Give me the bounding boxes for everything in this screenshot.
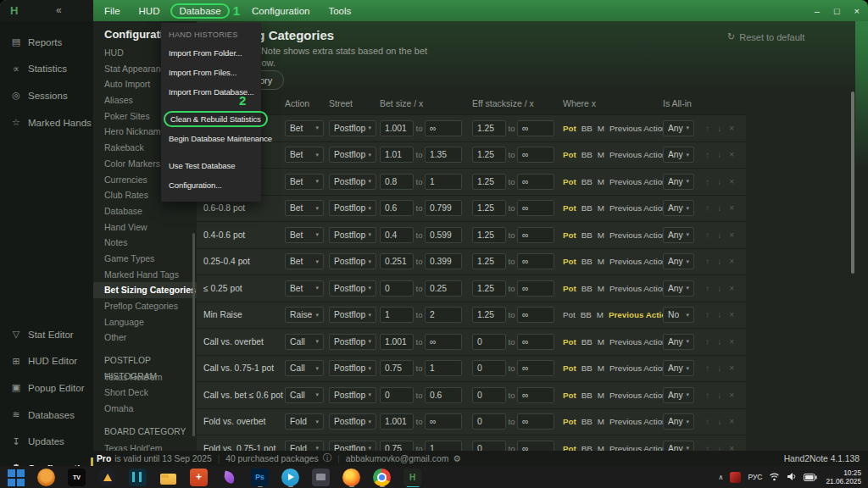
street-select[interactable]: Postflop▾ bbox=[329, 280, 376, 297]
menu-item-use-test-database[interactable]: Use Test Database bbox=[161, 156, 261, 175]
action-select[interactable]: Fold▾ bbox=[285, 413, 324, 430]
confignav-item-other[interactable]: Other bbox=[93, 330, 197, 346]
eff-stack-to-input[interactable]: ∞ bbox=[517, 227, 554, 243]
eff-stack-from-input[interactable]: 1.25 bbox=[472, 120, 506, 136]
firefox-icon[interactable] bbox=[341, 466, 362, 488]
remove-row-button[interactable]: × bbox=[729, 363, 734, 373]
where-option-pot[interactable]: Pot bbox=[563, 203, 576, 213]
sidebar-item-statistics[interactable]: ∝Statistics bbox=[0, 56, 93, 83]
street-select[interactable]: Postflop▾ bbox=[329, 227, 376, 243]
eff-stack-to-input[interactable]: ∞ bbox=[517, 200, 554, 216]
eff-stack-to-input[interactable]: ∞ bbox=[517, 360, 554, 376]
eff-stack-from-input[interactable]: 1.25 bbox=[472, 227, 506, 243]
where-option-bb[interactable]: BB bbox=[581, 417, 593, 426]
remove-row-button[interactable]: × bbox=[729, 284, 734, 293]
where-option-m[interactable]: M bbox=[598, 337, 604, 347]
action-select[interactable]: Bet▾ bbox=[285, 120, 324, 136]
bet-size-to-input[interactable]: ∞ bbox=[425, 334, 462, 350]
move-up-button[interactable]: ↑ bbox=[705, 257, 709, 266]
where-option-m[interactable]: M bbox=[598, 124, 604, 133]
bet-size-from-input[interactable]: 0 bbox=[380, 387, 414, 403]
bet-size-to-input[interactable]: ∞ bbox=[425, 120, 462, 136]
action-select[interactable]: Bet▾ bbox=[285, 253, 324, 269]
move-down-button[interactable]: ↓ bbox=[717, 363, 721, 373]
where-option-bb[interactable]: BB bbox=[581, 391, 593, 400]
confignav-item-short-deck[interactable]: Short Deck bbox=[93, 385, 197, 401]
is-all-in-select[interactable]: Any▾ bbox=[663, 120, 694, 136]
menu-tools[interactable]: Tools bbox=[320, 6, 359, 16]
columns-app-icon[interactable] bbox=[127, 466, 148, 488]
action-select[interactable]: Raise▾ bbox=[285, 307, 324, 323]
sidebar-item-reports[interactable]: ▤Reports bbox=[0, 29, 93, 56]
move-down-button[interactable]: ↓ bbox=[717, 444, 721, 451]
move-up-button[interactable]: ↑ bbox=[705, 310, 709, 319]
move-down-button[interactable]: ↓ bbox=[717, 257, 721, 266]
remove-row-button[interactable]: × bbox=[729, 150, 734, 159]
eff-stack-from-input[interactable]: 1.25 bbox=[472, 174, 506, 190]
where-option-bb[interactable]: BB bbox=[581, 203, 593, 213]
action-select[interactable]: Call▾ bbox=[285, 334, 324, 350]
clock[interactable]: 10:25 21.06.2025 bbox=[826, 469, 861, 485]
move-down-button[interactable]: ↓ bbox=[717, 124, 721, 133]
is-all-in-select[interactable]: Any▾ bbox=[663, 413, 694, 430]
sidebar-item-hud-editor[interactable]: ⊞HUD Editor bbox=[0, 348, 93, 375]
where-option-bb[interactable]: BB bbox=[581, 284, 593, 293]
action-select[interactable]: Bet▾ bbox=[285, 280, 324, 297]
is-all-in-select[interactable]: Any▾ bbox=[663, 441, 694, 451]
is-all-in-select[interactable]: No▾ bbox=[663, 307, 694, 323]
menu-configuration[interactable]: Configuration bbox=[243, 6, 318, 16]
bet-size-from-input[interactable]: 0.75 bbox=[380, 360, 414, 376]
where-option-previous-action[interactable]: Previous Action bbox=[609, 337, 667, 347]
tray-chevron-icon[interactable]: ∧ bbox=[719, 474, 724, 481]
street-select[interactable]: Postflop▾ bbox=[329, 387, 376, 403]
street-select[interactable]: Postflop▾ bbox=[329, 200, 376, 216]
where-option-bb[interactable]: BB bbox=[581, 177, 593, 186]
remove-row-button[interactable]: × bbox=[729, 337, 734, 347]
menu-item-import-from-files[interactable]: Import From Files... bbox=[161, 63, 261, 82]
is-all-in-select[interactable]: Any▾ bbox=[663, 200, 694, 216]
eff-stack-from-input[interactable]: 0 bbox=[472, 334, 506, 350]
where-option-previous-action[interactable]: Previous Action bbox=[609, 284, 667, 293]
bet-size-to-input[interactable]: 0.799 bbox=[425, 200, 462, 216]
bet-size-to-input[interactable]: 1 bbox=[425, 174, 462, 190]
eff-stack-from-input[interactable]: 0 bbox=[472, 441, 506, 451]
where-option-pot[interactable]: Pot bbox=[563, 310, 576, 319]
bet-size-from-input[interactable]: 0.75 bbox=[380, 441, 414, 451]
where-option-bb[interactable]: BB bbox=[581, 124, 593, 133]
menu-hud[interactable]: HUD bbox=[131, 6, 169, 16]
move-up-button[interactable]: ↑ bbox=[705, 150, 709, 159]
tiger-app-icon[interactable] bbox=[36, 466, 57, 488]
confignav-item-game-types[interactable]: Game Types bbox=[93, 251, 197, 267]
eff-stack-to-input[interactable]: ∞ bbox=[517, 174, 554, 190]
is-all-in-select[interactable]: Any▾ bbox=[663, 334, 694, 350]
bet-size-to-input[interactable]: 0.6 bbox=[425, 387, 462, 403]
bet-size-to-input[interactable]: 1.35 bbox=[425, 147, 462, 163]
file-explorer-icon[interactable] bbox=[158, 466, 179, 488]
sidebar-item-stat-editor[interactable]: ▽Stat Editor bbox=[0, 321, 93, 348]
where-option-m[interactable]: M bbox=[598, 363, 604, 373]
where-option-m[interactable]: M bbox=[598, 444, 604, 451]
chrome-icon[interactable] bbox=[371, 466, 392, 488]
where-option-pot[interactable]: Pot bbox=[563, 150, 576, 159]
move-down-button[interactable]: ↓ bbox=[717, 150, 721, 159]
bet-size-to-input[interactable]: ∞ bbox=[425, 413, 462, 430]
action-select[interactable]: Call▾ bbox=[285, 360, 324, 376]
where-option-bb[interactable]: BB bbox=[581, 257, 593, 266]
move-down-button[interactable]: ↓ bbox=[717, 203, 721, 213]
street-select[interactable]: Postflop▾ bbox=[329, 413, 376, 430]
hand2note-icon[interactable]: H bbox=[402, 466, 423, 488]
move-down-button[interactable]: ↓ bbox=[717, 337, 721, 347]
is-all-in-select[interactable]: Any▾ bbox=[663, 174, 694, 190]
remove-row-button[interactable]: × bbox=[729, 257, 734, 266]
eff-stack-from-input[interactable]: 1.25 bbox=[472, 307, 506, 323]
where-option-bb[interactable]: BB bbox=[581, 230, 593, 240]
action-select[interactable]: Fold▾ bbox=[285, 441, 324, 451]
eff-stack-to-input[interactable]: ∞ bbox=[517, 334, 554, 350]
confignav-item-language[interactable]: Language bbox=[93, 314, 197, 330]
where-option-previous-action[interactable]: Previous Action bbox=[609, 391, 667, 400]
menu-file[interactable]: File bbox=[96, 6, 129, 16]
collapse-sidebar-icon[interactable]: « bbox=[56, 4, 62, 16]
where-option-previous-action[interactable]: Previous Action bbox=[609, 203, 667, 213]
bet-size-to-input[interactable]: 0.399 bbox=[425, 253, 462, 269]
is-all-in-select[interactable]: Any▾ bbox=[663, 253, 694, 269]
